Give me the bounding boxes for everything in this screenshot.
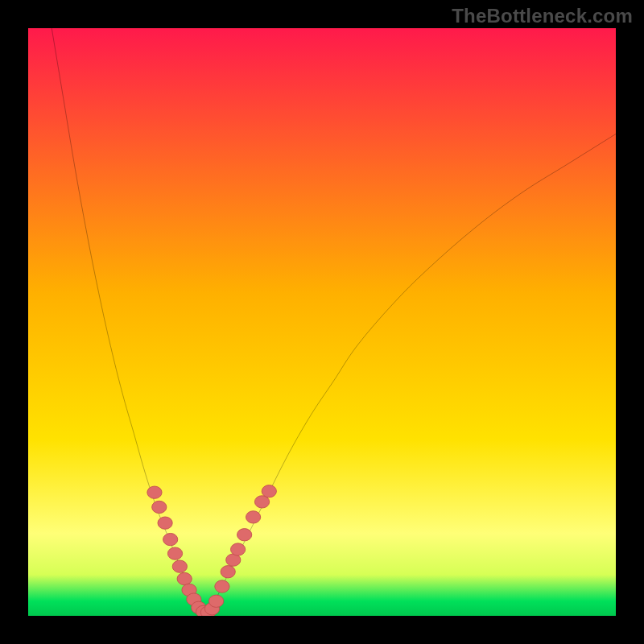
data-marker	[152, 501, 167, 513]
data-marker	[230, 543, 245, 555]
data-marker	[163, 533, 178, 545]
bottleneck-curve-plot	[28, 28, 616, 616]
chart-frame: TheBottleneck.com	[0, 0, 644, 644]
data-marker	[237, 529, 252, 541]
data-marker	[158, 517, 172, 529]
data-marker	[177, 572, 192, 584]
data-marker	[246, 511, 260, 523]
data-marker	[172, 560, 187, 572]
data-marker	[215, 580, 229, 592]
data-marker	[262, 485, 276, 497]
data-marker	[221, 566, 235, 578]
data-marker	[147, 486, 162, 498]
data-marker	[208, 595, 223, 607]
data-marker	[167, 547, 182, 559]
watermark-text: TheBottleneck.com	[452, 5, 633, 27]
gradient-background	[28, 28, 616, 616]
